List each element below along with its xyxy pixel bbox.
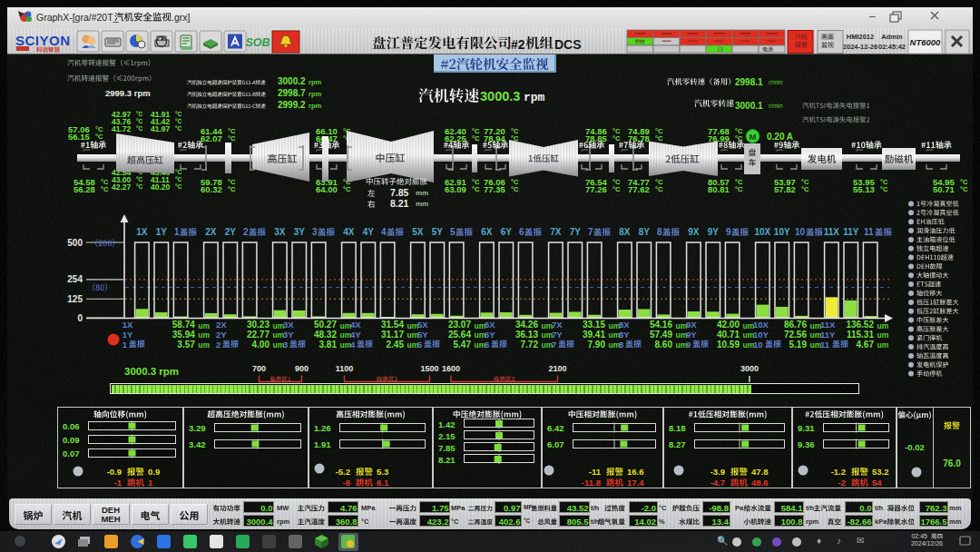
- svg-text:SOB: SOB: [245, 36, 270, 49]
- svg-text:M: M: [750, 132, 757, 142]
- svg-text:NT6000: NT6000: [910, 37, 942, 47]
